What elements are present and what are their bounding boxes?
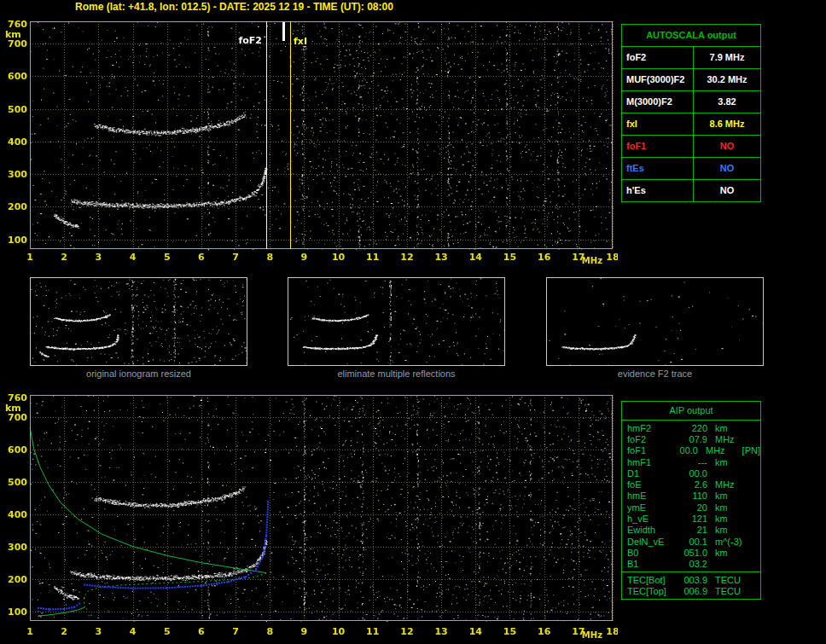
autoscala-row-label: h'Es (622, 180, 694, 201)
aip-row-value: 20 (677, 502, 707, 513)
autoscala-row-fof2: foF2 7.9 MHz (622, 47, 760, 69)
top-ionogram-canvas (0, 15, 618, 268)
aip-row-unit: km (707, 423, 754, 433)
autoscala-row-fxi: fxI 8.6 MHz (622, 113, 760, 136)
aip-row-yme: ymE 20 km (622, 502, 760, 513)
aip-table: AIP output hmF2 220 km foF2 07.9 MHz foF… (621, 401, 761, 600)
aip-row-value: 110 (677, 490, 707, 501)
aip-row-label: B0 (627, 548, 677, 558)
aip-row-fof1: foF1 00.0 MHz [PN] (622, 445, 760, 456)
aip-row-unit: km (707, 457, 754, 467)
aip-row-hmf2: hmF2 220 km (622, 422, 760, 433)
aip-row-value: 2.6 (677, 479, 707, 490)
autoscala-row-value: NO (694, 180, 760, 201)
aip-row-tec-bot: TEC[Bot] 003.9 TECU (622, 574, 760, 586)
aip-row-value: 003.9 (677, 575, 707, 585)
autoscala-row-label: ftEs (622, 158, 694, 179)
autoscala-row-label: fxI (622, 113, 694, 135)
aip-row-label: hmF2 (627, 423, 677, 433)
aip-row-value: 00.1 (677, 537, 707, 547)
aip-row-label: TEC[Top] (627, 586, 677, 596)
aip-row-unit: MHz (707, 434, 754, 444)
aip-row-label: hmE (627, 490, 677, 501)
aip-row-label: hmF1 (627, 457, 677, 467)
aip-row-b1: B1 03.2 (622, 559, 760, 570)
aip-row-value: 03.2 (677, 559, 707, 569)
aip-row-value: 00.0 (677, 468, 707, 479)
autoscala-row-value: NO (694, 136, 760, 157)
autoscala-row-label: foF1 (622, 136, 694, 157)
autoscala-row-value: 7.9 MHz (694, 47, 760, 68)
aip-row-value: 006.9 (677, 586, 707, 596)
aip-row-b0: B0 051.0 km (622, 547, 760, 558)
aip-row-fof2: foF2 07.9 MHz (622, 433, 760, 444)
aip-row-delnve: DelN_vE 00.1 m^(-3) (622, 536, 760, 547)
aip-row-label: h_vE (627, 513, 677, 524)
aip-row-unit: km (707, 525, 754, 535)
aip-row-label: Ewidth (627, 525, 677, 535)
aip-row-value: 220 (677, 423, 707, 433)
autoscala-table: AUTOSCALA output foF2 7.9 MHz MUF(3000)F… (621, 24, 761, 202)
aip-row-hve: h_vE 121 km (622, 513, 760, 524)
thumbnail-original-canvas (30, 277, 247, 366)
aip-row-value: 07.9 (677, 434, 707, 444)
aip-row-hme: hmE 110 km (622, 490, 760, 502)
aip-row-hmf1: hmF1 --- km (622, 456, 760, 467)
aip-row-unit: km (707, 502, 754, 513)
aip-row-label: TEC[Bot] (627, 575, 677, 585)
autoscala-row-label: M(3000)F2 (622, 91, 694, 113)
autoscala-row-fof1: foF1 NO (622, 136, 760, 158)
screen: Rome (lat: +41.8, lon: 012.5) - DATE: 20… (0, 0, 826, 644)
aip-row-label: DelN_vE (627, 537, 677, 547)
autoscala-row-label: foF2 (622, 47, 694, 68)
bottom-ionogram-canvas (0, 386, 618, 644)
autoscala-row-value: NO (694, 158, 760, 179)
thumbnail-f2-trace-canvas (546, 277, 764, 366)
aip-tec-section: TEC[Bot] 003.9 TECU TEC[Top] 006.9 TECU (622, 571, 760, 599)
station-header: Rome (lat: +41.8, lon: 012.5) - DATE: 20… (75, 1, 393, 13)
aip-row-label: ymE (627, 502, 677, 513)
aip-row-label: foF2 (627, 434, 677, 444)
autoscala-row-value: 3.82 (694, 91, 760, 113)
aip-row-label: B1 (627, 559, 677, 569)
aip-row-d1: D1 00.0 (622, 467, 760, 479)
aip-row-unit: MHz (707, 479, 754, 490)
aip-row-value: 051.0 (677, 548, 707, 558)
aip-row-label: foF1 (627, 445, 671, 455)
autoscala-row-hes: h'Es NO (622, 180, 760, 201)
autoscala-title: AUTOSCALA output (622, 25, 760, 47)
aip-row-value: --- (677, 457, 707, 467)
aip-body: hmF2 220 km foF2 07.9 MHz foF1 00.0 MHz … (622, 421, 760, 571)
aip-row-unit: km (707, 513, 754, 524)
thumbnail-caption-f2-trace: evidence F2 trace (546, 368, 764, 379)
thumbnail-caption-cleaned: eliminate multiple reflections (288, 368, 505, 379)
aip-row-unit: MHz (698, 445, 741, 455)
thumbnail-caption-original: original ionogram resized (30, 368, 247, 379)
aip-row-unit: km (707, 490, 754, 501)
autoscala-row-value: 8.6 MHz (694, 113, 760, 135)
aip-row-value: 121 (677, 513, 707, 524)
aip-row-note: [PN] (741, 445, 760, 455)
aip-row-unit: TECU (707, 575, 754, 585)
aip-row-unit: TECU (707, 586, 754, 596)
autoscala-row-m3000f2: M(3000)F2 3.82 (622, 91, 760, 113)
autoscala-row-value: 30.2 MHz (694, 69, 760, 90)
thumbnail-cleaned-canvas (288, 277, 505, 366)
aip-row-value: 00.0 (671, 445, 698, 455)
autoscala-row-muf3000f2: MUF(3000)F2 30.2 MHz (622, 69, 760, 91)
aip-title: AIP output (622, 402, 760, 421)
aip-row-unit: m^(-3) (707, 537, 754, 547)
autoscala-row-label: MUF(3000)F2 (622, 69, 694, 90)
aip-row-ewidth: Ewidth 21 km (622, 525, 760, 536)
aip-row-label: D1 (627, 468, 677, 479)
aip-row-label: foE (627, 479, 677, 490)
aip-row-tec-top: TEC[Top] 006.9 TECU (622, 585, 760, 597)
autoscala-row-ftes: ftEs NO (622, 158, 760, 180)
aip-row-value: 21 (677, 525, 707, 535)
aip-row-foe: foE 2.6 MHz (622, 479, 760, 490)
aip-row-unit: km (707, 548, 754, 558)
